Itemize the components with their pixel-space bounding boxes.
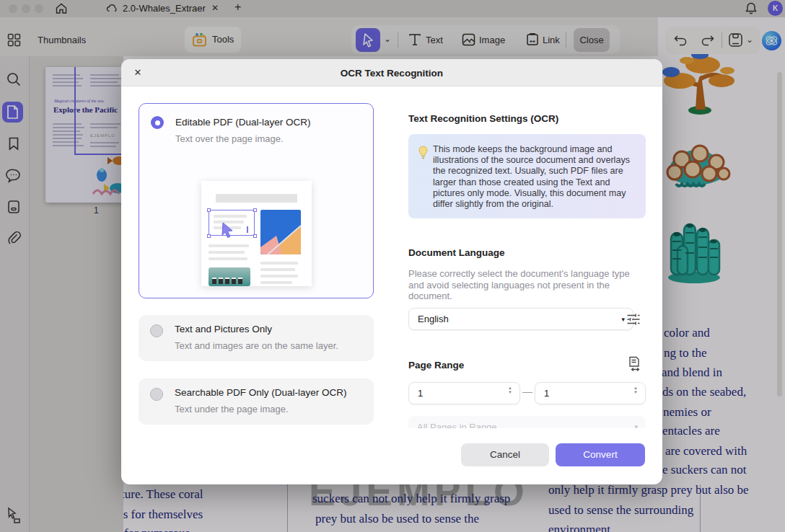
close-icon[interactable]: ✕ bbox=[131, 66, 145, 80]
radio-unselected-icon[interactable] bbox=[150, 324, 163, 337]
language-select[interactable]: English ▾ bbox=[408, 308, 633, 330]
editable-pdf-illustration bbox=[201, 181, 312, 286]
language-hint: Please correctly select the document's l… bbox=[408, 268, 639, 302]
info-box: This mode keeps the background image and… bbox=[408, 134, 646, 218]
option-text-pictures-only[interactable]: Text and Pictures Only Text and images a… bbox=[139, 315, 374, 361]
option-subtitle: Text under the page image. bbox=[175, 404, 289, 414]
option-title: Searchable PDF Only (Dual-layer OCR) bbox=[175, 387, 347, 398]
illustration-photo-block bbox=[209, 267, 250, 286]
page-range-heading: Page Range bbox=[408, 360, 464, 371]
ocr-dialog-header: OCR Text Recognition ✕ bbox=[121, 59, 662, 87]
stepper-icons[interactable]: ▲ ▼ bbox=[506, 386, 514, 394]
page-to-value: 1 bbox=[544, 388, 549, 399]
radio-unselected-icon[interactable] bbox=[150, 388, 163, 401]
option-subtitle: Text over the page image. bbox=[175, 133, 284, 144]
option-title: Editable PDF (Dual-layer OCR) bbox=[175, 117, 311, 128]
pages-mode-select[interactable]: All Pages in Range ▾ bbox=[408, 416, 646, 428]
info-text: This mode keeps the background image and… bbox=[433, 144, 636, 210]
option-editable-pdf[interactable]: Editable PDF (Dual-layer OCR) Text over … bbox=[139, 103, 374, 298]
caret-down-icon: ▾ bbox=[634, 416, 638, 428]
caret-down-icon: ▾ bbox=[621, 309, 625, 330]
stepper-icons[interactable]: ▲ ▼ bbox=[632, 386, 639, 394]
option-subtitle: Text and images are on the same layer. bbox=[175, 340, 338, 351]
pages-mode-value: All Pages in Range bbox=[417, 422, 497, 428]
cancel-button[interactable]: Cancel bbox=[461, 443, 549, 466]
option-searchable-pdf[interactable]: Searchable PDF Only (Dual-layer OCR) Tex… bbox=[139, 378, 374, 425]
settings-heading: Text Recognition Settings (OCR) bbox=[408, 113, 558, 124]
language-settings-icon[interactable] bbox=[626, 312, 641, 327]
cursor-arrow-icon bbox=[220, 221, 236, 239]
option-title: Text and Pictures Only bbox=[175, 324, 272, 334]
radio-selected-icon[interactable] bbox=[151, 116, 164, 129]
page-from-input[interactable]: 1 ▲ ▼ bbox=[408, 382, 520, 404]
lightbulb-icon bbox=[418, 146, 429, 160]
convert-button[interactable]: Convert bbox=[556, 443, 645, 466]
language-select-value: English bbox=[418, 314, 449, 324]
range-dash: — bbox=[522, 386, 532, 397]
pages-mode-clipped-region: All Pages in Range ▾ bbox=[408, 416, 646, 428]
page-to-input[interactable]: 1 ▲ ▼ bbox=[535, 382, 646, 404]
page-range-icon[interactable] bbox=[627, 356, 641, 372]
ocr-dialog: OCR Text Recognition ✕ Editable PDF (Dua… bbox=[121, 59, 662, 484]
ocr-dialog-title: OCR Text Recognition bbox=[121, 68, 662, 79]
document-language-heading: Document Language bbox=[408, 247, 505, 258]
illustration-image-block bbox=[260, 210, 301, 254]
page-from-value: 1 bbox=[418, 388, 423, 399]
